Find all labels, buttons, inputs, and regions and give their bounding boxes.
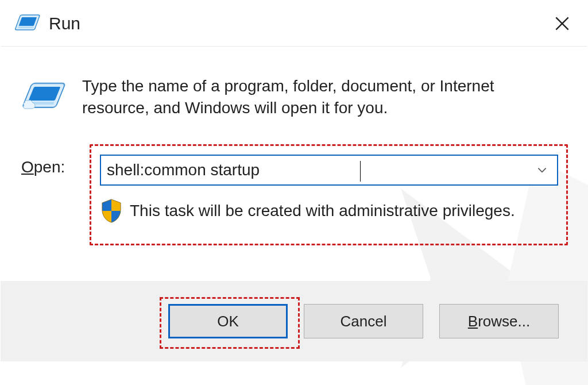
svg-rect-3 [19,17,37,26]
admin-note-text: This task will be created with administr… [130,202,515,220]
open-label: Open: [21,158,65,176]
run-icon [14,13,41,34]
titlebar: Run [1,1,587,47]
run-large-icon [21,79,71,118]
open-combobox[interactable] [100,155,558,186]
svg-rect-8 [29,87,61,101]
close-button[interactable] [547,9,577,38]
description-text: Type the name of a program, folder, docu… [82,75,519,119]
open-input[interactable] [101,156,527,184]
combobox-dropdown-button[interactable] [527,156,557,184]
ok-button[interactable]: OK [168,304,288,338]
description-row: Type the name of a program, folder, docu… [21,75,567,119]
dialog-body: Type the name of a program, folder, docu… [1,47,587,281]
browse-button-label: Browse... [468,313,530,330]
cancel-button-label: Cancel [341,313,387,330]
svg-rect-4 [18,26,33,28]
text-caret [360,161,361,182]
ok-button-label: OK [217,313,239,330]
window-title: Run [49,14,80,33]
uac-shield-icon [100,198,123,224]
run-dialog: Run [1,1,587,361]
dialog-footer: OK Cancel Browse... [1,281,587,361]
cancel-button[interactable]: Cancel [304,304,423,338]
admin-note-row: This task will be created with administr… [100,198,515,224]
open-label-row: Open: [21,158,65,176]
browse-button[interactable]: Browse... [439,304,559,338]
